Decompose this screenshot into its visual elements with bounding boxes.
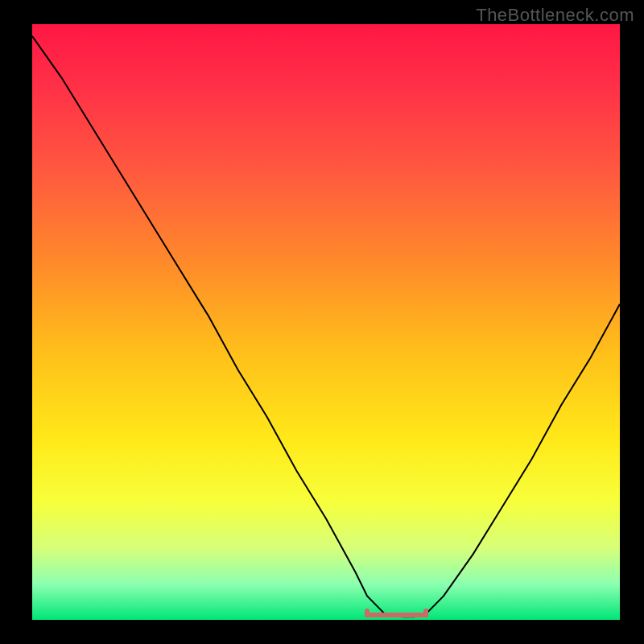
chart-frame: TheBottleneck.com xyxy=(0,0,644,644)
bottleneck-chart xyxy=(0,0,644,644)
watermark-text: TheBottleneck.com xyxy=(476,5,634,26)
plot-background xyxy=(32,24,620,620)
